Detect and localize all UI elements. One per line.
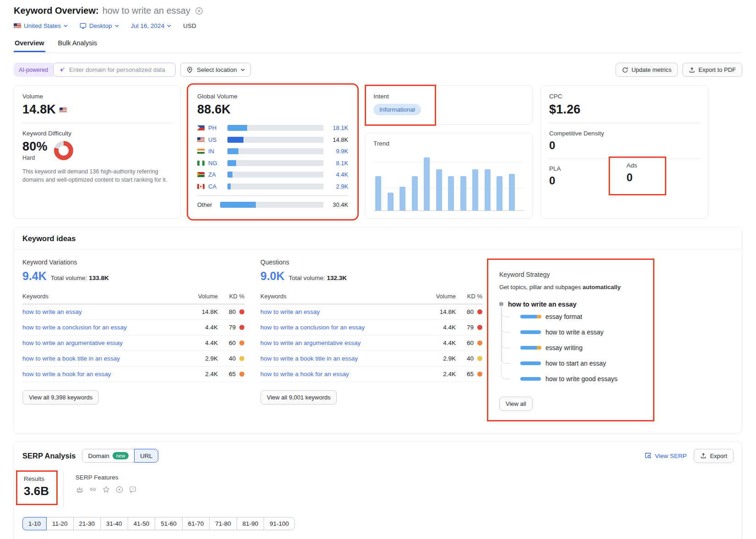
country-link[interactable]: ZA — [208, 171, 224, 178]
domain-input[interactable]: Enter domain for personalized data — [53, 63, 176, 77]
page-range-button[interactable]: 11-20 — [46, 517, 74, 530]
volume-label: Volume — [22, 93, 172, 100]
keyword-link[interactable]: how to write a hook for an essay — [260, 366, 424, 382]
us-flag-icon — [59, 108, 67, 113]
chevron-down-icon — [167, 24, 171, 28]
page-range-button[interactable]: 31-40 — [100, 517, 128, 530]
view-all-strategy-button[interactable]: View all — [499, 397, 533, 411]
us-flag-icon — [14, 23, 21, 28]
country-link[interactable]: CA — [208, 183, 224, 190]
table-row: how to write a book title in an essay 2.… — [22, 350, 244, 366]
select-location-label: Select location — [197, 66, 237, 73]
strategy-subtopic: how to write a essay — [520, 324, 642, 340]
date-filter[interactable]: Jul 16, 2024 — [131, 22, 172, 29]
kd-description: This keyword will demand 136 high-author… — [22, 167, 172, 184]
keyword-link[interactable]: how to write a book title in an essay — [260, 350, 424, 366]
keyword-link[interactable]: how to write an essay — [260, 304, 424, 319]
keyword-link[interactable]: how to write a book title in an essay — [22, 350, 186, 366]
country-link[interactable]: IN — [208, 148, 224, 155]
table-row: how to write a hook for an essay 2.4K 65 — [260, 366, 482, 382]
page-range-button[interactable]: 41-50 — [128, 517, 156, 530]
export-to-pdf-button[interactable]: Export to PDF — [682, 63, 742, 77]
volume-kd-card: Volume 14.8K Keyword Difficulty 80% Hard… — [14, 85, 181, 219]
highlight-box-results: Results 3.6B — [16, 470, 58, 505]
toggle-domain-button[interactable]: Domain new — [82, 449, 135, 463]
date-filter-label: Jul 16, 2024 — [131, 22, 165, 29]
kd-level: Hard — [22, 155, 48, 161]
kd-dot — [239, 309, 244, 314]
topic-bar-icon — [520, 315, 541, 318]
keyword-link[interactable]: how to write a conclusion for an essay — [260, 319, 424, 335]
variations-count: 9.4K — [22, 270, 47, 283]
global-volume-row-other: Other 30.4K — [197, 199, 348, 211]
view-serp-link[interactable]: View SERP — [644, 452, 687, 459]
country-link[interactable]: PH — [208, 124, 224, 131]
kd-value: 80% — [22, 140, 48, 154]
cpc-value: $1.26 — [549, 102, 700, 117]
chevron-down-icon — [241, 68, 245, 72]
toggle-url-button[interactable]: URL — [134, 449, 158, 463]
page-range-button[interactable]: 1-10 — [22, 517, 47, 530]
kd-label: Keyword Difficulty — [22, 130, 172, 137]
questions-table: Keywords Volume KD % how to write an ess… — [260, 293, 482, 382]
ads-value: 0 — [626, 171, 665, 184]
country-filter-label: United States — [24, 22, 61, 29]
header: Keyword Overview: how to write an essay … — [0, 5, 756, 53]
global-volume-label: Global Volume — [197, 93, 348, 100]
select-location-dropdown[interactable]: Select location — [180, 63, 251, 77]
tab-bulk-analysis[interactable]: Bulk Analysis — [57, 39, 98, 52]
country-filter[interactable]: United States — [14, 22, 68, 29]
view-all-questions-button[interactable]: View all 9,001 keywords — [260, 390, 337, 404]
trend-bar — [485, 169, 491, 210]
country-link[interactable]: US — [208, 136, 224, 143]
device-filter-label: Desktop — [89, 22, 112, 29]
keyword-link[interactable]: how to write a hook for an essay — [22, 366, 186, 382]
metric-cards-row: Volume 14.8K Keyword Difficulty 80% Hard… — [0, 77, 756, 219]
serp-analysis-card: SERP Analysis Domain new URL View SERP E… — [14, 441, 742, 539]
trend-bar — [448, 176, 454, 210]
global-volume-row: PH 18.1K — [197, 122, 348, 134]
keyword-link[interactable]: how to write a conclusion for an essay — [22, 319, 186, 335]
tab-overview[interactable]: Overview — [14, 39, 45, 52]
ph-flag-icon — [197, 125, 205, 130]
in-flag-icon — [197, 149, 205, 154]
keyword-link[interactable]: how to write an argumentative essay — [260, 335, 424, 350]
volume-value: 14.8K — [22, 102, 56, 116]
export-button[interactable]: Export — [694, 449, 734, 463]
page-range-button[interactable]: 81-90 — [237, 517, 265, 530]
global-volume-row: CA 2.9K — [197, 181, 348, 193]
strategy-subtopic: essay format — [520, 309, 642, 324]
view-all-variations-button[interactable]: View all 9,398 keywords — [22, 390, 99, 404]
new-badge: new — [113, 452, 129, 459]
pla-label: PLA — [549, 165, 609, 172]
domain-input-placeholder: Enter domain for personalized data — [69, 66, 165, 73]
update-metrics-button[interactable]: Update metrics — [616, 63, 678, 77]
keyword-link[interactable]: how to write an argumentative essay — [22, 335, 186, 350]
keyword-ideas-title: Keyword ideas — [14, 227, 742, 249]
page-range-button[interactable]: 71-80 — [209, 517, 237, 530]
currency-label: USD — [183, 22, 196, 29]
topic-bar-icon — [520, 330, 541, 334]
trend-bar — [375, 176, 381, 210]
device-filter[interactable]: Desktop — [80, 22, 119, 29]
kd-dot — [477, 309, 482, 314]
us-flag-icon — [197, 137, 205, 142]
country-link[interactable]: NG — [208, 160, 224, 167]
serp-analysis-title: SERP Analysis — [22, 452, 76, 460]
global-volume-row: ZA 4.4K — [197, 169, 348, 181]
table-row: how to write a conclusion for an essay 4… — [260, 319, 482, 335]
tab-bar: Overview Bulk Analysis — [14, 39, 742, 53]
topic-bar-icon — [520, 346, 541, 350]
kd-dot — [477, 372, 482, 377]
page-range-button[interactable]: 91-100 — [264, 517, 295, 530]
page-range-button[interactable]: 51-60 — [155, 517, 183, 530]
page-range-button[interactable]: 21-30 — [73, 517, 101, 530]
competitive-density-value: 0 — [549, 139, 700, 152]
add-keyword-icon[interactable] — [195, 7, 203, 15]
keyword-link[interactable]: how to write an essay — [22, 304, 186, 319]
global-volume-row: US 14.8K — [197, 134, 348, 146]
ads-label: Ads — [626, 162, 665, 169]
trend-bar — [472, 169, 478, 210]
trend-chart — [373, 151, 524, 211]
page-range-button[interactable]: 61-70 — [182, 517, 210, 530]
